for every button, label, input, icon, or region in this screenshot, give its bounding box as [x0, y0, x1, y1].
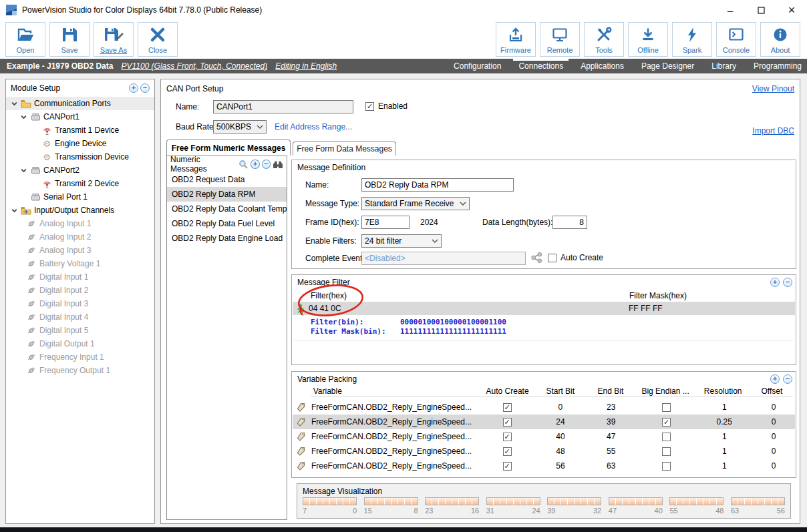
remove-variable-button[interactable]: −	[783, 374, 792, 384]
close-button[interactable]: Close	[138, 22, 178, 57]
sidebar-item-analog-input-2[interactable]: Analog Input 2	[6, 230, 154, 244]
sidebar-item-digital-input-3[interactable]: Digital Input 3	[6, 297, 154, 310]
save-button[interactable]: Save	[49, 22, 90, 57]
device-link[interactable]: PV1100 (Glass Front, Touch, Connected)	[121, 61, 267, 71]
frame-id-input[interactable]: 7E8	[361, 216, 410, 229]
sidebar-item-communication-ports[interactable]: Communication Ports	[6, 97, 154, 110]
auto-create-cell-checkbox[interactable]: ✓	[503, 433, 512, 441]
column-header-resolution[interactable]: Resolution	[695, 386, 751, 397]
view-pinout-link[interactable]: View Pinout	[752, 84, 794, 93]
import-dbc-link[interactable]: Import DBC	[752, 126, 794, 136]
sidebar-item-digital-input-1[interactable]: Digital Input 1	[6, 270, 154, 284]
big-endian-cell-checkbox[interactable]	[662, 433, 671, 441]
auto-create-cell-checkbox[interactable]: ✓	[503, 462, 512, 471]
data-length-input[interactable]: 8	[552, 216, 587, 229]
filter-row[interactable]: 04 41 0C FF FF FF	[293, 302, 795, 315]
chevron-down-icon[interactable]	[10, 100, 19, 107]
spark-button[interactable]: Spark	[672, 22, 712, 57]
auto-create-cell-checkbox[interactable]: ✓	[503, 447, 512, 456]
column-header-start-bit[interactable]: Start Bit	[535, 386, 585, 397]
complete-event-input[interactable]: <Disabled>	[361, 252, 526, 265]
close-window-button[interactable]: ×	[776, 0, 807, 20]
table-row[interactable]: FreeFormCAN.OBD2_Reply_EngineSpeed... ✓ …	[293, 459, 795, 473]
table-row-selected[interactable]: FreeFormCAN.OBD2_Reply_EngineSpeed... ✓ …	[293, 415, 795, 429]
remote-button[interactable]: Remote	[540, 22, 580, 57]
message-type-select[interactable]: Standard Frame Receive	[361, 197, 470, 210]
sidebar-item-transmission-device[interactable]: ⚙ Transmission Device	[6, 150, 154, 164]
column-header-end-bit[interactable]: End Bit	[585, 386, 635, 397]
enabled-checkbox[interactable]: ✓	[365, 102, 374, 111]
sidebar-item-canport2[interactable]: CANPort2	[6, 164, 154, 177]
auto-create-checkbox-group[interactable]: Auto Create	[548, 253, 603, 262]
big-endian-cell-checkbox[interactable]	[662, 403, 671, 412]
port-name-input[interactable]: CANPort1	[213, 100, 353, 113]
tab-library[interactable]: Library	[711, 59, 736, 73]
tools-button[interactable]: Tools	[584, 22, 624, 57]
add-filter-button[interactable]: +	[770, 278, 780, 287]
message-name-input[interactable]: OBD2 Reply Data RPM	[361, 178, 514, 192]
tab-free-form-numeric-messages[interactable]: Free Form Numeric Messages	[166, 140, 291, 156]
save-as-button[interactable]: Save As	[94, 22, 134, 57]
list-item-obd2-request-data[interactable]: OBD2 Request Data	[167, 172, 287, 187]
list-item-obd2-reply-data-rpm[interactable]: OBD2 Reply Data RPM	[167, 187, 287, 202]
share-icon[interactable]	[531, 252, 542, 263]
sidebar-item-transmit-2-device[interactable]: Transmit 2 Device	[6, 177, 154, 190]
baud-rate-select[interactable]: 500KBPS	[213, 120, 267, 134]
editing-language-link[interactable]: Editing in English	[275, 61, 337, 71]
sidebar-item-battery-voltage-1[interactable]: Battery Voltage 1	[6, 257, 154, 270]
table-row[interactable]: FreeFormCAN.OBD2_Reply_EngineSpeed... ✓ …	[293, 429, 795, 444]
column-header-big-endian[interactable]: Big Endian ...	[636, 386, 695, 397]
edit-address-range-link[interactable]: Edit Address Range...	[275, 122, 352, 131]
firmware-button[interactable]: Firmware	[496, 22, 536, 57]
tab-free-form-data-messages[interactable]: Free Form Data Messages	[293, 142, 396, 156]
tab-configuration[interactable]: Configuration	[454, 59, 501, 73]
find-binoculars-icon[interactable]	[273, 160, 283, 169]
tab-programming[interactable]: Programming	[754, 59, 802, 73]
list-item-obd2-reply-data-engine-load[interactable]: OBD2 Reply Data Engine Load	[167, 231, 287, 246]
maximize-button[interactable]	[746, 0, 776, 20]
sidebar-item-digital-input-4[interactable]: Digital Input 4	[6, 310, 154, 324]
sidebar-item-digital-output-1[interactable]: Digital Output 1	[6, 337, 154, 350]
sidebar-item-canport1[interactable]: CANPort1	[6, 110, 154, 123]
sidebar-item-digital-input-2[interactable]: Digital Input 2	[6, 284, 154, 297]
about-button[interactable]: About	[760, 22, 800, 57]
table-row[interactable]: FreeFormCAN.OBD2_Reply_EngineSpeed... ✓ …	[293, 444, 795, 459]
list-item-obd2-reply-data-fuel-level[interactable]: OBD2 Reply Data Fuel Level	[167, 216, 287, 231]
chevron-down-icon[interactable]	[19, 113, 28, 121]
tree-expand-all-button[interactable]: +	[129, 83, 138, 93]
sidebar-item-digital-input-5[interactable]: Digital Input 5	[6, 324, 154, 337]
offline-button[interactable]: Offline	[628, 22, 668, 57]
sidebar-item-engine-device[interactable]: ⚙ Engine Device	[6, 137, 154, 150]
big-endian-cell-checkbox[interactable]	[662, 447, 671, 456]
column-header-auto-create[interactable]: Auto Create	[480, 386, 535, 397]
table-row[interactable]: FreeFormCAN.OBD2_Reply_EngineSpeed... ✓ …	[293, 400, 795, 415]
auto-create-cell-checkbox[interactable]: ✓	[503, 403, 512, 412]
enable-filters-select[interactable]: 24 bit filter	[361, 234, 442, 248]
add-message-button[interactable]: +	[251, 160, 259, 169]
add-variable-button[interactable]: +	[770, 374, 780, 384]
console-button[interactable]: Console	[716, 22, 756, 57]
port-enabled-checkbox-group[interactable]: ✓ Enabled	[365, 101, 408, 111]
sidebar-item-transmit-1-device[interactable]: Transmit 1 Device	[6, 123, 154, 137]
column-header-offset[interactable]: Offset	[751, 386, 793, 397]
sidebar-item-analog-input-3[interactable]: Analog Input 3	[6, 244, 154, 257]
sidebar-item-frequency-output-1[interactable]: Frequency Output 1	[6, 364, 154, 377]
auto-create-checkbox[interactable]	[548, 254, 556, 262]
tab-page-designer[interactable]: Page Designer	[641, 59, 694, 73]
minimize-button[interactable]: –	[715, 0, 746, 20]
tab-applications[interactable]: Applications	[581, 59, 624, 73]
tab-connections[interactable]: Connections	[518, 59, 563, 73]
big-endian-cell-checkbox[interactable]	[662, 462, 671, 471]
search-icon[interactable]	[238, 160, 249, 170]
sidebar-item-analog-input-1[interactable]: Analog Input 1	[6, 217, 154, 230]
column-header-variable[interactable]: Variable	[311, 386, 480, 397]
remove-filter-button[interactable]: −	[783, 278, 792, 287]
open-button[interactable]: Open	[5, 22, 45, 57]
list-item-obd2-reply-data-coolant-temp[interactable]: OBD2 Reply Data Coolant Temp	[167, 202, 287, 216]
tree-collapse-all-button[interactable]: −	[140, 83, 150, 93]
sidebar-item-serial-port-1[interactable]: Serial Port 1	[6, 190, 154, 204]
sidebar-item-frequency-input-1[interactable]: Frequency Input 1	[6, 350, 154, 364]
sidebar-item-io-channels[interactable]: Input/Output Channels	[6, 204, 154, 217]
remove-message-button[interactable]: −	[262, 160, 271, 169]
auto-create-cell-checkbox[interactable]: ✓	[503, 418, 512, 427]
